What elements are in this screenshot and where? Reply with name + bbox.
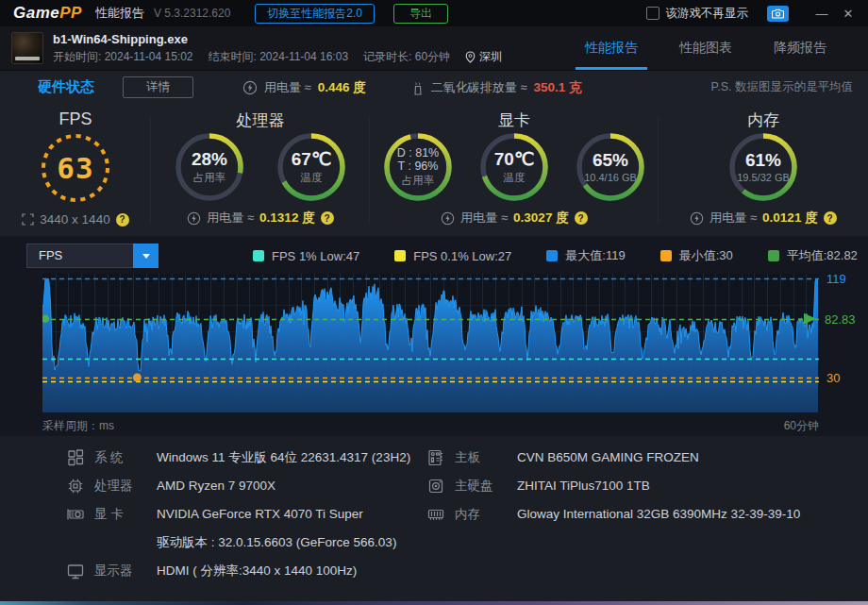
fps-resolution: 3440 x 1440 [40, 212, 109, 227]
legend-label: FPS 1% Low:47 [272, 249, 359, 263]
co2-chimney-icon [411, 80, 425, 95]
total-power-stat: 用电量 ≈ 0.446 度 [242, 79, 366, 96]
gauges-panel: FPS 63 3440 x 1440 ? 处理器 28%占用率 [0, 104, 868, 236]
ps-note: P.S. 数据图显示的是平均值 [711, 79, 853, 95]
resolution-icon [22, 213, 34, 226]
sample-period-label: 采样周期：ms [42, 418, 114, 434]
ram-title: 内存 [659, 104, 868, 132]
ram-power-row: 用电量 ≈ 0.0121 度 ? [659, 210, 868, 227]
switch-report-2-button[interactable]: 切换至性能报告2.0 [255, 4, 375, 24]
titlebar: GamePP 性能报告 V 5.3.2312.620 切换至性能报告2.0 导出… [0, 0, 868, 26]
sysinfo-value: NVIDIA GeForce RTX 4070 Ti Super [157, 504, 396, 525]
legend-label: FPS 0.1% Low:27 [413, 249, 511, 263]
sysinfo-value: CVN B650M GAMING FROZEN [517, 447, 699, 468]
gpu-title: 显卡 [370, 104, 659, 132]
legend-item: 最小值:30 [660, 247, 733, 264]
chevron-down-icon [142, 254, 150, 259]
legend-swatch [394, 250, 406, 261]
sysinfo-row-ram: 内存Gloway International 32GB 6390MHz 32-3… [426, 504, 868, 525]
dont-show-game-label: 该游戏不再显示 [666, 6, 749, 22]
sysinfo-label: 处理器 [94, 476, 157, 496]
cpu-panel: 处理器 28%占用率 67℃温度 用电量 ≈ 0.1312 度 ? [151, 104, 370, 236]
system-icon [66, 447, 94, 468]
gpu-power-help-icon[interactable]: ? [575, 211, 588, 225]
cpu-power-help-icon[interactable]: ? [321, 211, 334, 225]
ram-power-help-icon[interactable]: ? [824, 211, 837, 225]
total-power-value: 0.446 度 [318, 79, 366, 96]
sysinfo-row-cpu: 处理器AMD Ryzen 7 9700X [66, 476, 426, 496]
power-icon [441, 211, 455, 226]
motherboard-icon [426, 447, 455, 468]
legend-swatch [768, 250, 779, 261]
cpu-power-value: 0.1312 度 [259, 210, 315, 227]
sysinfo-label: 显示器 [94, 561, 157, 581]
export-button[interactable]: 导出 [393, 4, 448, 24]
fps-chart-canvas[interactable] [42, 274, 819, 412]
window-title: 性能报告 [95, 5, 144, 22]
gpu-power-row: 用电量 ≈ 0.3027 度 ? [370, 210, 659, 227]
legend-item: 平均值:82.82 [768, 247, 858, 264]
legend-label: 最小值:30 [679, 247, 733, 264]
gpu-power-value: 0.3027 度 [513, 210, 569, 227]
cpu-icon [66, 476, 94, 496]
dont-show-game-checkbox[interactable] [646, 7, 659, 20]
detail-button[interactable]: 详情 [123, 76, 193, 98]
gamepp-logo: GamePP [13, 4, 82, 23]
fps-value: 63 [40, 132, 111, 204]
gpu-temp-gauge: 70℃温度 [479, 132, 549, 202]
cpu-power-row: 用电量 ≈ 0.1312 度 ? [151, 210, 370, 227]
chart-legend: FPS 1% Low:47FPS 0.1% Low:27最大值:119最小值:3… [253, 244, 858, 268]
hardware-status-bar: 硬件状态 详情 用电量 ≈ 0.446 度 二氧化碳排放量 ≈ 350.1 克 … [0, 71, 868, 104]
chart-min-label: 30 [826, 371, 840, 385]
tab-performance-report[interactable]: 性能报告 [564, 26, 659, 70]
legend-swatch [253, 250, 264, 261]
system-info-panel: 系 统Windows 11 专业版 64位 22631.4317 (23H2)处… [0, 436, 868, 601]
power-icon [690, 211, 704, 226]
monitor-icon [66, 561, 94, 581]
screenshot-camera-icon[interactable] [767, 6, 789, 22]
ram-panel: 内存 61%19.5/32 GB 用电量 ≈ 0.0121 度 ? [659, 104, 868, 236]
start-time: 开始时间: 2024-11-04 15:02 [53, 49, 193, 65]
legend-item: FPS 0.1% Low:27 [394, 249, 511, 263]
cpu-usage-gauge: 28%占用率 [175, 132, 244, 202]
sysinfo-row-disk: 主硬盘ZHITAI TiPlus7100 1TB [426, 476, 868, 496]
chart-max-label: 119 [826, 272, 846, 286]
close-button[interactable]: ✕ [838, 7, 859, 21]
report-tabs: 性能报告 性能图表 降频报告 [564, 26, 868, 70]
sysinfo-row-motherboard: 主板CVN B650M GAMING FROZEN [426, 447, 868, 468]
metric-dropdown[interactable]: FPS [26, 244, 159, 268]
game-icon [11, 32, 43, 64]
sysinfo-label: 系 统 [94, 447, 157, 468]
fps-gauge: 63 [40, 132, 111, 204]
sysinfo-row-gpu: 显 卡NVIDIA GeForce RTX 4070 Ti Super驱动版本 … [66, 504, 426, 553]
fps-help-icon[interactable]: ? [116, 213, 129, 227]
duration-axis-label: 60分钟 [784, 418, 819, 434]
legend-label: 平均值:82.82 [787, 247, 858, 264]
sysinfo-row-system: 系 统Windows 11 专业版 64位 22631.4317 (23H2) [66, 447, 426, 468]
hardware-status-title: 硬件状态 [38, 78, 94, 96]
disk-icon [426, 476, 455, 496]
gpu-usage-gauge: D : 81%T : 96%占用率 [383, 132, 453, 202]
legend-label: 最大值:119 [565, 247, 625, 264]
location-label: 深圳 [479, 49, 502, 65]
ram-usage-gauge: 61%19.5/32 GB [728, 132, 798, 202]
exe-name: b1-Win64-Shipping.exe [53, 32, 502, 46]
tab-performance-chart[interactable]: 性能图表 [659, 26, 753, 70]
sysinfo-label: 主硬盘 [455, 476, 517, 496]
minimize-button[interactable]: — [811, 7, 832, 21]
sysinfo-label: 内存 [455, 504, 517, 525]
desktop-wallpaper-strip [0, 601, 868, 605]
co2-value: 350.1 克 [534, 79, 582, 96]
record-duration: 记录时长: 60分钟 [363, 49, 450, 65]
power-icon [242, 80, 258, 95]
power-icon [187, 211, 201, 226]
sysinfo-row-monitor: 显示器HDMI ( 分辨率:3440 x 1440 100Hz) [66, 561, 426, 581]
dropdown-arrow-button[interactable] [133, 244, 159, 268]
tab-throttle-report[interactable]: 降频报告 [753, 26, 847, 70]
sysinfo-value: AMD Ryzen 7 9700X [157, 476, 275, 496]
fps-panel: FPS 63 3440 x 1440 ? [0, 104, 151, 236]
cpu-temp-gauge: 67℃温度 [276, 132, 346, 202]
report-header: b1-Win64-Shipping.exe 开始时间: 2024-11-04 1… [0, 26, 868, 71]
version-label: V 5.3.2312.620 [154, 7, 230, 20]
ram-power-value: 0.0121 度 [762, 210, 818, 227]
